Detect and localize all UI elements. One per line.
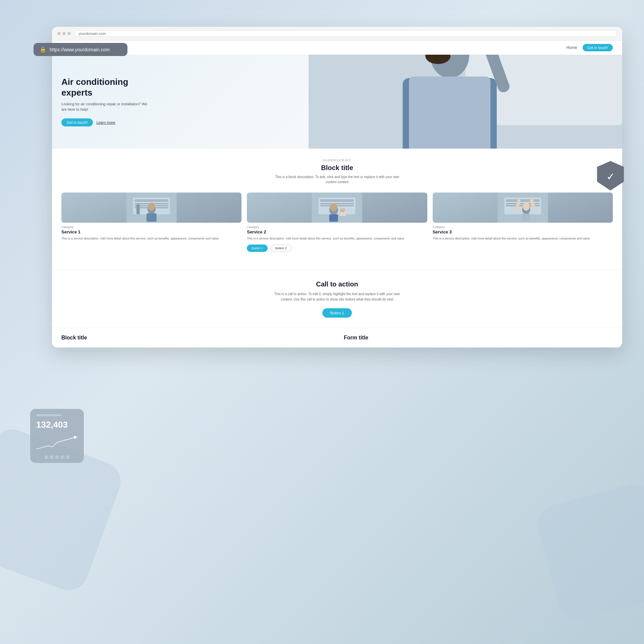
- svg-rect-37: [340, 209, 345, 209]
- browser-dot-yellow: [62, 32, 66, 35]
- stats-card: 132,403: [30, 409, 84, 463]
- service-2-btn2[interactable]: Button 2: [270, 245, 292, 252]
- svg-rect-38: [340, 210, 345, 211]
- svg-rect-25: [147, 213, 157, 222]
- url-text: https://www.yourdomain.com: [50, 47, 110, 52]
- browser-dot-green: [67, 32, 71, 35]
- service-2-name: Service 2: [247, 229, 427, 234]
- hero-primary-btn[interactable]: Get in touch!: [61, 118, 93, 126]
- service-image-2: [247, 193, 427, 223]
- svg-rect-34: [329, 214, 338, 222]
- service-card-3: Category Service 3 This is a service des…: [433, 193, 613, 252]
- svg-rect-31: [320, 203, 354, 204]
- svg-rect-46: [522, 214, 530, 221]
- stats-dot: [45, 455, 48, 459]
- cta-title: Call to action: [61, 280, 613, 288]
- hero-subtitle: Looking for air conditioning repair or i…: [61, 101, 150, 112]
- url-bar: 🔒 https://www.yourdomain.com: [34, 43, 127, 56]
- stats-dot: [55, 455, 59, 459]
- hero-buttons: Get in touch! Learn more: [61, 118, 150, 126]
- service-3-name: Service 3: [433, 229, 613, 234]
- svg-point-47: [523, 203, 529, 211]
- svg-point-35: [330, 203, 337, 211]
- bottom-section: Block title Form title: [52, 328, 622, 347]
- stats-dot: [66, 455, 69, 459]
- browser-address-bar[interactable]: yourdomain.com: [75, 30, 617, 37]
- services-grid: Category Service 1 This is a service des…: [61, 193, 613, 252]
- service-1-name: Service 1: [61, 229, 241, 234]
- hero-title: Air conditioning experts: [61, 77, 150, 98]
- svg-point-27: [148, 203, 155, 211]
- stats-dots: [36, 455, 78, 459]
- bottom-form-title: Form title: [344, 335, 613, 341]
- svg-rect-17: [409, 76, 490, 149]
- stats-number: 132,403: [36, 420, 78, 430]
- browser-dots: [57, 32, 71, 35]
- svg-point-0: [74, 436, 76, 439]
- service-1-category: Category: [61, 225, 241, 229]
- section-description: This is a block description. To edit, cl…: [270, 174, 404, 184]
- service-2-buttons: Button 1 Button 2: [247, 245, 427, 252]
- hero-image-area: [309, 55, 622, 149]
- hero-secondary-btn[interactable]: Learn more: [96, 120, 115, 124]
- stats-dot: [61, 455, 64, 459]
- cta-section: Call to action This is a call to action.…: [52, 270, 622, 328]
- site-nav-links: Home Get in touch!: [567, 44, 613, 51]
- hero-section: Air conditioning experts Looking for air…: [52, 55, 622, 149]
- service-3-desc: This is a service description. Add more …: [433, 236, 613, 241]
- checkmark-icon: ✓: [606, 171, 615, 182]
- hero-content: Air conditioning experts Looking for air…: [52, 63, 159, 140]
- browser-window: yourdomain.com ❄ Vegas Home Get in touch…: [52, 27, 622, 347]
- stats-chart: [36, 434, 78, 451]
- lock-icon: 🔒: [40, 46, 46, 53]
- content-section: SUPERSCRIPT Block title This is a block …: [52, 149, 622, 270]
- svg-rect-39: [340, 211, 344, 212]
- site-navbar: ❄ Vegas Home Get in touch!: [52, 41, 622, 55]
- section-label: SUPERSCRIPT: [61, 159, 613, 162]
- technician-image: [309, 55, 622, 149]
- cta-button[interactable]: Button 1: [322, 308, 352, 318]
- service-image-1: [61, 193, 241, 223]
- service-3-category: Category: [433, 225, 613, 229]
- service-card-2: Category Service 2 This is a service des…: [247, 193, 427, 252]
- service-2-category: Category: [247, 225, 427, 229]
- svg-rect-43: [506, 203, 539, 204]
- bg-shape-2: [534, 480, 644, 624]
- nav-btn-contact[interactable]: Get in touch!: [583, 44, 613, 51]
- stats-card-bar: [36, 414, 61, 416]
- bottom-block-title: Block title: [61, 335, 330, 341]
- service-2-btn1[interactable]: Button 1: [247, 245, 268, 252]
- svg-rect-30: [320, 199, 354, 202]
- service-1-desc: This is a service description. Add more …: [61, 236, 241, 241]
- svg-rect-20: [135, 199, 168, 202]
- stats-dot: [50, 455, 53, 459]
- nav-link-home[interactable]: Home: [567, 45, 577, 50]
- svg-rect-42: [506, 199, 539, 202]
- svg-rect-26: [137, 204, 140, 214]
- service-2-desc: This is a service description. Add more …: [247, 236, 427, 241]
- service-card-1: Category Service 1 This is a service des…: [61, 193, 241, 252]
- section-title: Block title: [61, 164, 613, 172]
- browser-dot-red: [57, 32, 61, 35]
- cta-description: This is a call to action. To edit it, si…: [273, 291, 401, 302]
- service-image-3: [433, 193, 613, 223]
- browser-chrome: yourdomain.com: [52, 27, 622, 41]
- bottom-block-right: Form title: [344, 335, 613, 341]
- bottom-block-left: Block title: [61, 335, 330, 341]
